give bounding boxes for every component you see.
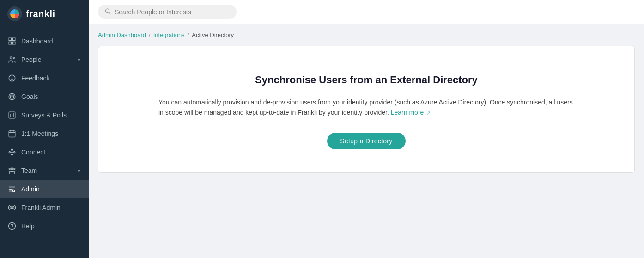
sidebar-item-goals[interactable]: Goals <box>0 87 89 106</box>
breadcrumb: Admin Dashboard / Integrations / Active … <box>98 31 635 38</box>
help-icon <box>7 221 17 231</box>
svg-point-22 <box>14 152 15 153</box>
sidebar: frankli Dashboard People ▼ <box>0 0 89 258</box>
sidebar-item-label: Help <box>21 222 35 230</box>
svg-point-6 <box>13 57 14 59</box>
svg-rect-17 <box>9 131 15 137</box>
sidebar-navigation: Dashboard People ▼ Feedback <box>0 28 89 258</box>
frankli-logo-icon <box>7 6 22 21</box>
card-description: You can automatically provision and de-p… <box>158 97 574 118</box>
team-icon <box>7 166 17 175</box>
chevron-down-icon: ▼ <box>77 168 81 173</box>
breadcrumb-separator-1: / <box>149 31 151 38</box>
svg-point-7 <box>9 75 15 81</box>
goals-icon <box>7 92 17 101</box>
sidebar-item-label: People <box>21 56 42 63</box>
sidebar-item-frankli-admin[interactable]: Frankli Admin <box>0 198 89 217</box>
sidebar-item-surveys[interactable]: Surveys & Polls <box>0 106 89 124</box>
frankli-admin-icon <box>7 203 17 212</box>
breadcrumb-admin-dashboard[interactable]: Admin Dashboard <box>98 31 146 38</box>
search-icon <box>104 8 111 16</box>
svg-rect-3 <box>9 42 11 44</box>
logo: frankli <box>0 0 89 28</box>
sidebar-item-admin[interactable]: Admin <box>0 180 89 198</box>
sidebar-item-label: 1:1 Meetings <box>21 130 58 137</box>
sidebar-item-feedback[interactable]: Feedback <box>0 69 89 87</box>
svg-point-5 <box>10 57 12 59</box>
logo-text: frankli <box>26 9 55 19</box>
svg-point-37 <box>105 9 109 12</box>
breadcrumb-active-directory: Active Directory <box>192 31 234 38</box>
sidebar-item-connect[interactable]: Connect <box>0 143 89 161</box>
svg-point-33 <box>13 190 15 192</box>
svg-point-12 <box>12 96 12 97</box>
sidebar-item-label: Team <box>21 167 37 174</box>
top-bar <box>89 0 644 24</box>
sidebar-item-label: Dashboard <box>21 37 53 45</box>
sidebar-item-label: Connect <box>21 148 45 156</box>
card-title: Synchronise Users from an External Direc… <box>255 74 478 86</box>
svg-point-24 <box>12 154 13 155</box>
sidebar-item-label: Frankli Admin <box>21 204 61 211</box>
svg-point-28 <box>14 168 15 170</box>
search-box[interactable] <box>98 5 237 19</box>
meetings-icon <box>7 129 17 138</box>
external-link-icon: ↗ <box>426 110 431 116</box>
sidebar-item-team[interactable]: Team ▼ <box>0 161 89 180</box>
feedback-icon <box>7 74 17 83</box>
main-content: Admin Dashboard / Integrations / Active … <box>89 0 644 258</box>
search-input[interactable] <box>115 8 225 16</box>
svg-point-21 <box>9 152 10 153</box>
svg-point-34 <box>11 207 13 209</box>
sidebar-item-label: Feedback <box>21 74 49 82</box>
sidebar-item-label: Admin <box>21 185 40 193</box>
sidebar-item-meetings[interactable]: 1:1 Meetings <box>0 124 89 143</box>
breadcrumb-separator-2: / <box>188 31 189 38</box>
svg-point-29 <box>9 168 10 170</box>
content-area: Admin Dashboard / Integrations / Active … <box>89 24 644 258</box>
sidebar-item-people[interactable]: People ▼ <box>0 50 89 69</box>
chevron-down-icon: ▼ <box>77 57 81 62</box>
svg-rect-1 <box>9 38 11 40</box>
setup-directory-button[interactable]: Setup a Directory <box>327 133 405 149</box>
sidebar-item-label: Goals <box>21 93 38 100</box>
sidebar-item-label: Surveys & Polls <box>21 111 67 119</box>
svg-rect-4 <box>13 42 15 44</box>
admin-icon <box>7 184 17 194</box>
learn-more-link[interactable]: Learn more ↗ <box>391 109 431 116</box>
svg-rect-2 <box>13 38 15 40</box>
svg-point-27 <box>11 168 13 170</box>
svg-line-38 <box>109 12 110 14</box>
surveys-icon <box>7 111 17 120</box>
svg-point-23 <box>12 149 13 150</box>
connect-icon <box>7 147 17 157</box>
dashboard-icon <box>7 37 17 46</box>
sidebar-item-help[interactable]: Help <box>0 217 89 235</box>
sidebar-item-dashboard[interactable]: Dashboard <box>0 32 89 50</box>
sync-card: Synchronise Users from an External Direc… <box>98 46 635 173</box>
people-icon <box>7 55 17 64</box>
breadcrumb-integrations[interactable]: Integrations <box>153 31 185 38</box>
